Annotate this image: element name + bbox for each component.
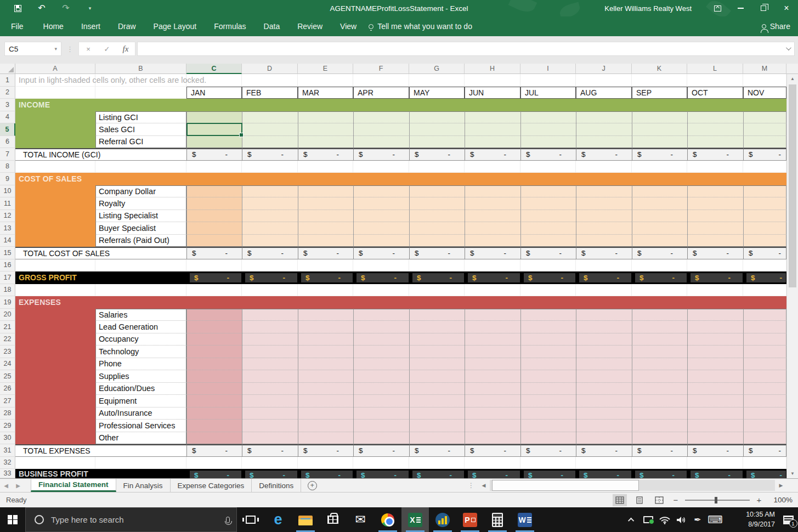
cell-B6[interactable]: Referral GCI [95,136,186,149]
cell-M15[interactable]: $- [743,247,786,259]
cell-G20[interactable] [409,309,465,321]
column-header-E[interactable]: E [298,64,353,74]
zoom-out-icon[interactable]: − [672,495,680,505]
normal-view-button[interactable] [613,494,627,506]
empty-cell[interactable] [242,259,298,272]
cell-M29[interactable] [743,420,786,432]
empty-cell[interactable] [632,161,687,173]
section-block-income[interactable] [15,123,95,136]
cell-J25[interactable] [576,370,632,383]
customize-qat-button[interactable]: ▾ [84,3,95,14]
cell-J24[interactable] [576,358,632,371]
cell-K13[interactable] [632,222,687,235]
cell-H25[interactable] [465,370,520,383]
cell-M14[interactable] [743,235,786,247]
cell-G26[interactable] [409,383,465,395]
cell-B21[interactable]: Lead Generation [95,321,186,333]
cell-J11[interactable] [576,197,632,210]
cell-M4[interactable] [743,111,786,124]
signed-in-user[interactable]: Keller Williams Realty West [604,4,692,13]
column-header-I[interactable]: I [520,64,576,74]
row-header-22[interactable]: 22 [0,333,15,346]
empty-cell[interactable] [520,161,576,173]
tab-formulas[interactable]: Formulas [205,16,254,36]
cell-H4[interactable] [465,111,520,124]
cell-C30[interactable] [186,432,242,445]
empty-cell[interactable] [632,74,687,87]
cell-E5[interactable] [298,123,353,136]
row-header-13[interactable]: 13 [0,222,15,235]
cell-K20[interactable] [632,309,687,321]
row-header-7[interactable]: 7 [0,148,15,161]
cell-D12[interactable] [242,210,298,223]
zoom-level[interactable]: 100% [768,496,793,504]
cell-K12[interactable] [632,210,687,223]
ribbon-display-options-button[interactable] [706,0,729,16]
restore-button[interactable] [752,0,775,16]
cell-E14[interactable] [298,235,353,247]
cell-J6[interactable] [576,136,632,149]
sheet-tab-expense-categories[interactable]: Expense Categories [171,479,252,492]
cell-L28[interactable] [687,408,743,420]
cell-E20[interactable] [298,309,353,321]
cell-J31[interactable]: $- [576,444,632,457]
cell-G14[interactable] [409,235,465,247]
row-header-32[interactable]: 32 [0,457,15,469]
cell-I22[interactable] [520,333,576,346]
empty-cell[interactable] [632,284,687,297]
cell-C23[interactable] [186,346,242,358]
cell-B20[interactable]: Salaries [95,309,186,321]
cell-D29[interactable] [242,420,298,432]
cell-C10[interactable] [186,185,242,198]
cell-F29[interactable] [353,420,409,432]
cell-L5[interactable] [687,123,743,136]
cell-J22[interactable] [576,333,632,346]
cell-E28[interactable] [298,408,353,420]
cell-B27[interactable]: Equipment [95,395,186,408]
empty-cell[interactable] [465,161,520,173]
cell-F23[interactable] [353,346,409,358]
cell-C33[interactable]: $- [186,469,242,478]
empty-cell[interactable] [743,259,786,272]
cell-G6[interactable] [409,136,465,149]
empty-cell[interactable] [242,74,298,87]
empty-cell[interactable] [687,457,743,469]
cell-D23[interactable] [242,346,298,358]
sheet-tab-financial-statement[interactable]: Financial Statement [31,479,116,492]
cell-E17[interactable]: $- [298,271,353,284]
cell-K21[interactable] [632,321,687,333]
cell-H27[interactable] [465,395,520,408]
column-header-K[interactable]: K [632,64,687,74]
cell-I27[interactable] [520,395,576,408]
empty-cell[interactable] [743,74,786,87]
month-header-AUG[interactable]: AUG [576,87,632,99]
empty-cell[interactable] [409,74,465,87]
sheet-tab-definitions[interactable]: Definitions [252,479,301,492]
cell-H12[interactable] [465,210,520,223]
cell-K24[interactable] [632,358,687,371]
cell-B10[interactable]: Company Dollar [95,185,186,198]
cell-K23[interactable] [632,346,687,358]
empty-cell[interactable] [576,74,632,87]
cell-J13[interactable] [576,222,632,235]
cell-I20[interactable] [520,309,576,321]
cell-M5[interactable] [743,123,786,136]
section-block-income[interactable] [15,111,95,124]
empty-cell[interactable] [687,74,743,87]
cell-C5[interactable] [186,123,242,136]
cell-G22[interactable] [409,333,465,346]
zoom-slider[interactable] [685,500,750,501]
section-block-exp[interactable] [15,370,95,383]
tab-home[interactable]: Home [35,16,72,36]
cell-L6[interactable] [687,136,743,149]
cell-B30[interactable]: Other [95,432,186,445]
cell-H10[interactable] [465,185,520,198]
empty-cell[interactable] [687,161,743,173]
cell-B26[interactable]: Education/Dues [95,383,186,395]
cell-F10[interactable] [353,185,409,198]
cell-L25[interactable] [687,370,743,383]
empty-cell[interactable] [465,74,520,87]
cell-C31[interactable]: $- [186,444,242,457]
row-header-12[interactable]: 12 [0,210,15,223]
cell-B28[interactable]: Auto/Insurance [95,408,186,420]
